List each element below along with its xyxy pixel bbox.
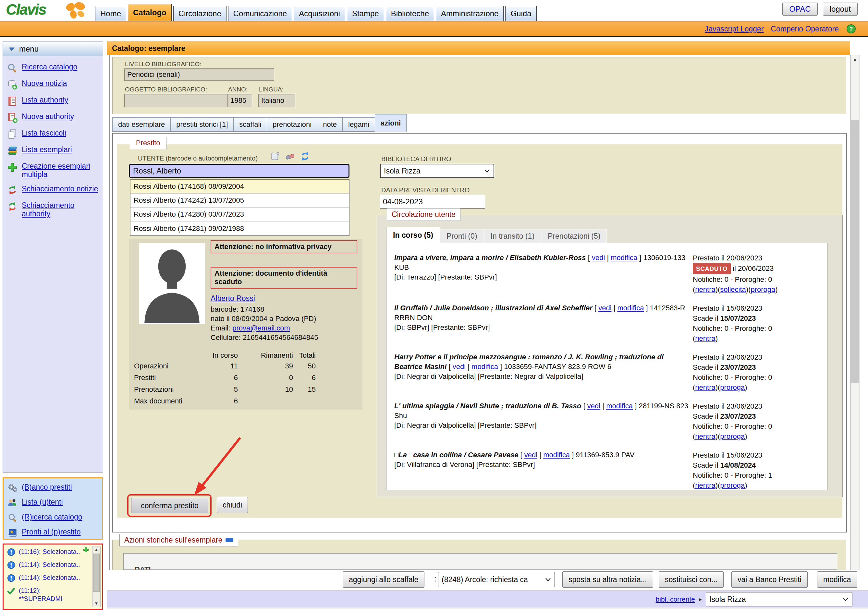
livello-field[interactable]: Periodici (seriali)	[124, 68, 274, 81]
oggetto-field[interactable]	[124, 94, 229, 107]
quick-link-item[interactable]: (R)icerca catalogo	[8, 513, 100, 523]
quick-link-label[interactable]: Pronti al (p)restito	[22, 528, 81, 536]
biblioteca-select[interactable]: Isola Rizza	[380, 164, 494, 178]
sidebar-item[interactable]: Schiacciamento notizie	[7, 184, 100, 195]
modifica-link[interactable]: modifica	[543, 451, 570, 459]
javascript-logger-link[interactable]: Javascript Logger	[705, 25, 764, 33]
nav-tab-amministrazione[interactable]: Amministrazione	[436, 6, 504, 21]
modifica-link[interactable]: modifica	[606, 402, 633, 410]
collapse-dash-icon[interactable]	[226, 538, 233, 542]
nav-tab-circolazione[interactable]: Circolazione	[173, 6, 226, 21]
scroll-thumb[interactable]	[93, 554, 100, 592]
quick-link-label[interactable]: Lista (u)tenti	[22, 498, 63, 506]
sposta-notizia-button[interactable]: sposta su altra notizia...	[562, 571, 653, 588]
anno-field[interactable]: 1985	[228, 94, 252, 107]
loan-action-rientra[interactable]: rientra	[695, 481, 715, 489]
library-select[interactable]: Isola Rizza	[706, 592, 852, 607]
vedi-link[interactable]: vedi	[587, 402, 600, 410]
sidebar-item[interactable]: Lista esemplari	[7, 145, 100, 156]
nav-tab-biblioteche[interactable]: Biblioteche	[386, 6, 434, 21]
scroll-thumb[interactable]	[851, 120, 859, 383]
opac-button[interactable]: OPAC	[782, 3, 817, 15]
item-tab-prenotazioni[interactable]: prenotazioni	[267, 118, 317, 132]
aggiungi-scaffale-button[interactable]: aggiungi allo scaffale	[343, 571, 425, 588]
sidebar-item-label[interactable]: Lista esemplari	[22, 145, 72, 154]
scroll-icon[interactable]	[270, 151, 281, 162]
menu-header[interactable]: menu	[3, 42, 103, 56]
scroll-up-icon[interactable]: ▲	[93, 547, 100, 553]
loan-action-rientra[interactable]: rientra	[695, 334, 715, 342]
modifica-link[interactable]: modifica	[611, 254, 637, 262]
sidebar-item[interactable]: Nuova notizia	[7, 79, 100, 90]
sidebar-item-label[interactable]: Lista authority	[22, 96, 68, 104]
scroll-up-icon[interactable]: ▲	[851, 55, 860, 63]
autocomplete-option[interactable]: Rossi Alberto (174242) 13/07/2005	[130, 194, 349, 207]
item-tab-note[interactable]: note	[317, 118, 343, 132]
loan-action-rientra[interactable]: rientra	[695, 285, 715, 294]
nav-tab-home[interactable]: Home	[95, 6, 126, 21]
loan-tab-in-transito-1-[interactable]: In transito (1)	[484, 229, 542, 243]
sidebar-item-label[interactable]: Schiacciamento notizie	[22, 184, 98, 193]
scroll-down-icon[interactable]: ▼	[93, 600, 100, 607]
data-rientro-input[interactable]: 04-08-2023	[380, 195, 485, 209]
modifica-link[interactable]: modifica	[471, 362, 498, 371]
loan-action-rientra[interactable]: rientra	[695, 432, 715, 440]
log-plus-icon[interactable]	[83, 547, 89, 553]
sidebar-item-label[interactable]: Creazione esemplari multipla	[22, 162, 100, 179]
autocomplete-option[interactable]: Rossi Alberto (174168) 08/09/2004	[130, 180, 349, 194]
item-tab-scaffali[interactable]: scaffali	[233, 118, 267, 132]
nav-tab-catalogo[interactable]: Catalogo	[128, 4, 172, 21]
loan-action-rientra[interactable]: rientra	[695, 383, 715, 392]
sidebar-item-label[interactable]: Schiacciamento authority	[22, 201, 100, 218]
autocomplete-option[interactable]: Rossi Alberto (174280) 03/07/2023	[130, 207, 349, 221]
nav-tab-acquisizioni[interactable]: Acquisizioni	[294, 6, 345, 21]
sidebar-item-label[interactable]: Ricerca catalogo	[22, 63, 77, 71]
chiudi-button[interactable]: chiudi	[217, 497, 248, 513]
modifica-link[interactable]: modifica	[617, 304, 644, 312]
conferma-prestito-button[interactable]: conferma prestito	[131, 498, 208, 513]
quick-link-item[interactable]: (B)anco prestiti	[8, 483, 100, 493]
help-icon[interactable]: ?	[846, 24, 856, 34]
sidebar-item[interactable]: Nuova authority	[7, 112, 100, 123]
vedi-link[interactable]: vedi	[598, 304, 611, 312]
sostituisci-button[interactable]: sostituisci con...	[659, 571, 724, 588]
sidebar-item[interactable]: Ricerca catalogo	[7, 63, 100, 74]
loan-action-sollecita[interactable]: sollecita	[720, 285, 746, 294]
utente-input[interactable]: Rossi, Alberto	[129, 164, 349, 178]
vedi-link[interactable]: vedi	[524, 451, 537, 459]
loan-action-proroga[interactable]: proroga	[720, 481, 745, 489]
sidebar-item[interactable]: Creazione esemplari multipla	[7, 162, 100, 179]
modifica-button[interactable]: modifica	[817, 571, 857, 588]
vedi-link[interactable]: vedi	[592, 254, 605, 262]
lingua-field[interactable]: Italiano	[258, 94, 295, 107]
eraser-icon[interactable]	[285, 151, 296, 162]
quick-link-label[interactable]: (R)icerca catalogo	[22, 513, 82, 521]
log-scrollbar[interactable]: ▲ ▼	[92, 546, 101, 607]
banco-prestiti-button[interactable]: vai a Banco Prestiti	[732, 571, 808, 588]
sidebar-item-label[interactable]: Nuova authority	[22, 112, 74, 121]
quick-link-item[interactable]: Pronti al (p)restito	[8, 528, 100, 538]
azioni-storiche-tab[interactable]: Azioni storiche sull'esemplare	[119, 534, 238, 547]
scaffale-select[interactable]: (8248) Arcole: richiesta ca	[438, 572, 555, 587]
loan-action-proroga[interactable]: proroga	[720, 432, 745, 440]
item-tab-dati-esemplare[interactable]: dati esemplare	[112, 118, 170, 132]
quick-link-item[interactable]: Lista (u)tenti	[8, 498, 100, 508]
item-tab-legami[interactable]: legami	[343, 118, 375, 132]
vedi-link[interactable]: vedi	[453, 362, 466, 371]
nav-tab-stampe[interactable]: Stampe	[347, 6, 384, 21]
sidebar-item[interactable]: Lista fascicoli	[7, 129, 100, 140]
item-tab-prestiti-storici-1-[interactable]: prestiti storici [1]	[170, 118, 234, 132]
bibl-corrente-link[interactable]: bibl. corrente	[656, 595, 695, 603]
nav-tab-guida[interactable]: Guida	[505, 6, 536, 21]
sidebar-item-label[interactable]: Lista fascicoli	[22, 129, 66, 137]
main-scrollbar[interactable]: ▲	[850, 55, 860, 590]
loan-action-proroga[interactable]: proroga	[750, 285, 775, 294]
nav-tab-comunicazione[interactable]: Comunicazione	[228, 6, 292, 21]
user-name-link[interactable]: Alberto Rossi	[211, 294, 255, 303]
loan-tab-pronti-0-[interactable]: Pronti (0)	[440, 229, 484, 243]
sidebar-item[interactable]: Lista authority	[7, 96, 100, 107]
sidebar-item-label[interactable]: Nuova notizia	[22, 79, 67, 88]
refresh-icon[interactable]	[299, 151, 310, 162]
loan-tab-in-corso-5-[interactable]: In corso (5)	[386, 227, 440, 243]
sidebar-item[interactable]: Schiacciamento authority	[7, 201, 100, 218]
